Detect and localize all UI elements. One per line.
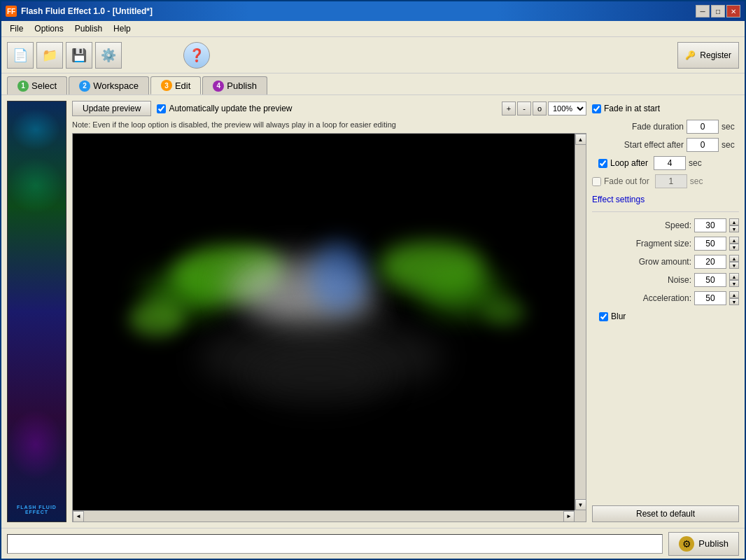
grow-input[interactable] — [694, 255, 726, 269]
content-area: FLASH FLUID EFFECT Update preview Automa… — [1, 94, 745, 528]
noise-spinner: ▲ ▼ — [729, 273, 739, 287]
tab-select-label: Select — [31, 80, 57, 91]
noise-down-button[interactable]: ▼ — [729, 280, 739, 287]
tab-num-1: 1 — [17, 80, 29, 92]
scroll-down-button[interactable]: ▼ — [575, 499, 586, 510]
grow-row: Grow amount: ▲ ▼ — [592, 254, 739, 270]
fade-out-input[interactable] — [655, 174, 687, 188]
accel-row: Acceleration: ▲ ▼ — [592, 290, 739, 306]
right-panel: Fade in at start Fade duration sec Start… — [592, 101, 739, 522]
accel-input[interactable] — [694, 291, 726, 305]
divider — [592, 211, 739, 212]
grow-spinner: ▲ ▼ — [729, 255, 739, 269]
preview-wrapper: ▲ ▼ ◄ ► — [72, 133, 586, 522]
scroll-track-h[interactable] — [84, 511, 563, 522]
zoom-out-button[interactable]: - — [517, 102, 531, 115]
new-button[interactable]: 📄 — [7, 42, 34, 69]
fragment-row: Fragment size: ▲ ▼ — [592, 236, 739, 251]
minimize-button[interactable]: ─ — [696, 5, 710, 18]
sidebar-image: FLASH FLUID EFFECT — [8, 102, 66, 522]
accel-up-button[interactable]: ▲ — [729, 291, 739, 298]
maximize-button[interactable]: □ — [711, 5, 725, 18]
update-preview-button[interactable]: Update preview — [72, 101, 151, 116]
zoom-fit-button[interactable]: o — [533, 102, 547, 115]
loop-after-input[interactable] — [654, 156, 686, 170]
loop-after-checkbox[interactable] — [598, 159, 607, 168]
tab-num-2: 2 — [79, 80, 90, 92]
fade-duration-input[interactable] — [687, 120, 719, 134]
auto-update-checkbox[interactable] — [157, 104, 166, 113]
fragment-spinner: ▲ ▼ — [729, 237, 739, 251]
scroll-track-v[interactable] — [575, 145, 586, 499]
fragment-input[interactable] — [694, 237, 726, 251]
effect-settings-row: Effect settings — [592, 192, 739, 206]
tab-publish[interactable]: 4 Publish — [202, 76, 267, 94]
accel-label: Acceleration: — [592, 293, 691, 303]
save-button[interactable]: 💾 — [66, 42, 92, 69]
preview-canvas — [73, 134, 575, 510]
fade-in-checkbox[interactable] — [592, 104, 601, 113]
fragment-down-button[interactable]: ▼ — [729, 244, 739, 251]
register-button[interactable]: 🔑 Register — [677, 42, 739, 69]
main-window: FF Flash Fluid Effect 1.0 - [Untitled*] … — [0, 0, 746, 560]
menu-publish[interactable]: Publish — [69, 22, 108, 35]
grow-down-button[interactable]: ▼ — [729, 262, 739, 269]
tab-workspace[interactable]: 2 Workspace — [69, 76, 149, 94]
open-button[interactable]: 📁 — [36, 42, 63, 69]
publish-button[interactable]: ⚙ Publish — [668, 532, 739, 556]
speed-row: Speed: ▲ ▼ — [592, 218, 739, 233]
tab-select[interactable]: 1 Select — [7, 76, 67, 94]
blur-row: Blur — [592, 309, 739, 324]
zoom-select[interactable]: 50% 75% 100% 125% 150% — [548, 102, 586, 115]
fade-out-checkbox[interactable] — [592, 177, 601, 186]
auto-update-label[interactable]: Automatically update the preview — [157, 104, 292, 113]
grow-label: Grow amount: — [592, 257, 691, 267]
noise-up-button[interactable]: ▲ — [729, 273, 739, 280]
close-button[interactable]: ✕ — [726, 5, 740, 18]
tabs-bar: 1 Select 2 Workspace 3 Edit 4 Publish — [1, 74, 745, 94]
fade-in-label[interactable]: Fade in at start — [592, 104, 739, 113]
loop-after-checkbox-label[interactable]: Loop after — [592, 158, 648, 168]
tab-edit-label: Edit — [175, 80, 190, 91]
menu-help[interactable]: Help — [108, 22, 136, 35]
noise-input[interactable] — [694, 273, 726, 287]
start-effect-input[interactable] — [687, 138, 719, 152]
vertical-scrollbar: ▲ ▼ — [575, 134, 586, 510]
settings-button[interactable]: ⚙️ — [95, 42, 122, 69]
fade-duration-unit: sec — [722, 122, 739, 132]
reset-button[interactable]: Reset to default — [592, 505, 739, 522]
fade-duration-row: Fade duration sec — [592, 119, 739, 134]
accel-down-button[interactable]: ▼ — [729, 298, 739, 305]
app-icon: FF — [6, 6, 17, 17]
tab-edit[interactable]: 3 Edit — [150, 76, 201, 94]
blur-label[interactable]: Blur — [599, 312, 626, 321]
grow-up-button[interactable]: ▲ — [729, 255, 739, 262]
scroll-right-button[interactable]: ► — [563, 511, 575, 522]
speed-label: Speed: — [592, 220, 691, 230]
effect-settings-link[interactable]: Effect settings — [592, 195, 645, 204]
fade-out-unit: sec — [690, 176, 708, 186]
help-button[interactable]: ❓ — [183, 42, 210, 69]
speed-up-button[interactable]: ▲ — [729, 218, 739, 225]
title-bar: FF Flash Fluid Effect 1.0 - [Untitled*] … — [1, 1, 745, 21]
zoom-in-button[interactable]: + — [502, 102, 516, 115]
fragment-up-button[interactable]: ▲ — [729, 237, 739, 244]
noise-row: Noise: ▲ ▼ — [592, 272, 739, 288]
fade-in-row: Fade in at start — [592, 101, 739, 116]
scroll-up-button[interactable]: ▲ — [575, 134, 586, 145]
blur-checkbox[interactable] — [599, 312, 608, 321]
loop-after-row: Loop after sec — [592, 155, 739, 171]
menu-options[interactable]: Options — [29, 22, 69, 35]
fragment-label: Fragment size: — [592, 239, 691, 248]
speed-down-button[interactable]: ▼ — [729, 225, 739, 232]
status-input[interactable] — [7, 534, 663, 554]
fade-out-checkbox-label[interactable]: Fade out for — [592, 176, 649, 186]
start-effect-unit: sec — [722, 140, 739, 150]
window-title: Flash Fluid Effect 1.0 - [Untitled*] — [21, 6, 153, 16]
loop-after-unit: sec — [689, 158, 706, 168]
speed-input[interactable] — [694, 218, 726, 232]
publish-label: Publish — [698, 538, 729, 549]
scroll-left-button[interactable]: ◄ — [73, 511, 84, 522]
noise-label: Noise: — [592, 275, 691, 285]
menu-file[interactable]: File — [4, 22, 29, 35]
